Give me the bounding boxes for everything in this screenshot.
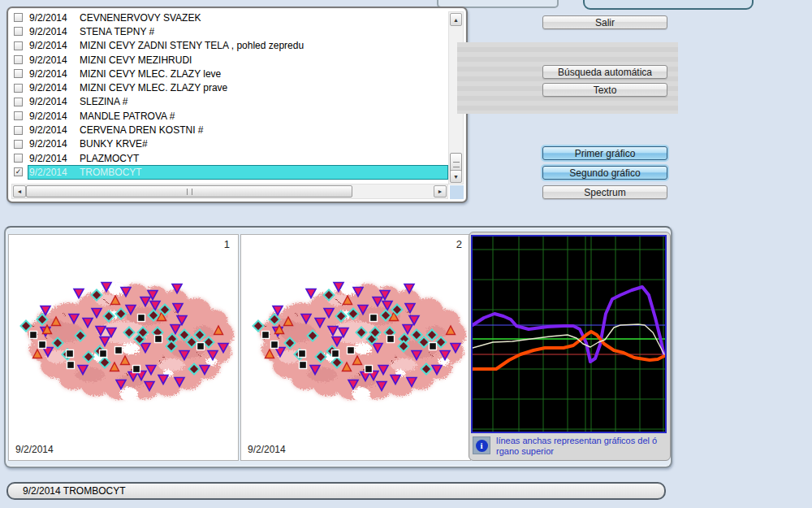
checkbox-checked[interactable]: ✓	[14, 167, 23, 176]
status-bar: 9/2/2014 TROMBOCYT	[6, 482, 666, 500]
checkbox-unchecked[interactable]	[14, 126, 23, 135]
spectrum-chart	[471, 235, 667, 433]
salir-button[interactable]: Salir	[542, 15, 667, 29]
panel-number: 2	[456, 238, 462, 250]
records-listbox[interactable]: 9/2/2014CEVNENERVOVY SVAZEK9/2/2014STENA…	[6, 7, 468, 203]
item-label: MIZNI CEVY MLEC. ZLAZY prave	[80, 82, 227, 93]
list-item-3[interactable]: 9/2/2014MIZNI CEVY MEZIHRUDI	[11, 53, 448, 67]
marker-square	[370, 315, 378, 322]
item-label: CERVENA DREN KOSTNI #	[80, 124, 203, 136]
marker-square	[197, 343, 205, 350]
note-line-1: líneas anchas representan gráficos del ó	[496, 436, 657, 446]
marker-square	[100, 350, 107, 358]
info-icon-glyph: i	[476, 440, 488, 452]
marker-square	[115, 347, 123, 354]
checkbox-unchecked[interactable]	[14, 13, 23, 22]
list-item-10[interactable]: 9/2/2014PLAZMOCYT	[11, 151, 448, 165]
list-item-text: 9/2/2014SLEZINA #	[28, 95, 448, 109]
checkbox-unchecked[interactable]	[14, 41, 23, 50]
item-date: 9/2/2014	[29, 40, 80, 51]
busqueda-automatica-button[interactable]: Búsqueda automática	[542, 65, 667, 79]
panel-date: 9/2/2014	[248, 444, 286, 455]
checkbox-unchecked[interactable]	[14, 98, 23, 106]
list-item-4[interactable]: 9/2/2014MIZNI CEVY MLEC. ZLAZY leve	[11, 67, 448, 80]
list-item-5[interactable]: 9/2/2014MIZNI CEVY MLEC. ZLAZY prave	[11, 80, 448, 94]
checkbox-unchecked[interactable]	[14, 84, 23, 93]
list-item-text: 9/2/2014MANDLE PATROVA #	[28, 109, 448, 123]
item-date: 9/2/2014	[29, 82, 80, 93]
marker-triangle-down	[74, 289, 84, 298]
item-label: STENA TEPNY #	[80, 26, 154, 37]
panel-date: 9/2/2014	[15, 444, 54, 455]
item-date: 9/2/2014	[29, 54, 80, 66]
item-label: CEVNENERVOVY SVAZEK	[80, 12, 201, 24]
checkbox-unchecked[interactable]	[14, 55, 23, 64]
checkbox-unchecked[interactable]	[14, 69, 23, 78]
organ-image-panel-2: 2 9/2/2014	[240, 234, 471, 461]
item-date: 9/2/2014	[29, 167, 80, 178]
item-date: 9/2/2014	[29, 12, 80, 24]
item-date: 9/2/2014	[29, 96, 80, 107]
scrollbar-corner	[450, 185, 464, 199]
scroll-down-button[interactable]: ▼	[450, 170, 462, 183]
marker-triangle-down	[306, 289, 316, 298]
item-date: 9/2/2014	[29, 111, 80, 122]
marker-square	[262, 332, 270, 339]
horizontal-scroll-thumb[interactable]	[26, 185, 352, 198]
list-item-text: 9/2/2014STENA TEPNY #	[28, 24, 448, 38]
panel-number: 1	[224, 238, 230, 250]
marker-square	[155, 336, 162, 343]
organ-image-2	[241, 235, 470, 460]
spectrum-panel: i líneas anchas representan gráficos del…	[469, 232, 671, 461]
list-item-0[interactable]: 9/2/2014CEVNENERVOVY SVAZEK	[11, 11, 448, 24]
marker-square	[387, 336, 395, 343]
list-item-8[interactable]: 9/2/2014CERVENA DREN KOSTNI #	[11, 123, 448, 137]
thumb-grip	[453, 162, 460, 167]
list-item-text: 9/2/2014MIZNI CEVY MEZIHRUDI	[28, 53, 448, 67]
checkbox-unchecked[interactable]	[14, 111, 23, 120]
organ-image-1	[9, 235, 238, 460]
list-item-text: 9/2/2014MIZNI CEVY ZADNI STENY TELA , po…	[28, 39, 448, 53]
app-window: 9/2/2014CEVNENERVOVY SVAZEK9/2/2014STENA…	[0, 0, 812, 508]
list-item-text: 9/2/2014MIZNI CEVY MLEC. ZLAZY leve	[28, 67, 448, 80]
scroll-up-button[interactable]: ▲	[450, 13, 462, 26]
partial-frame-top-right	[583, 0, 754, 10]
list-item-1[interactable]: 9/2/2014STENA TEPNY #	[11, 24, 448, 38]
thumb-grip	[187, 189, 192, 195]
marker-square	[67, 362, 75, 369]
segundo-grafico-button[interactable]: Segundo gráfico	[542, 166, 667, 180]
marker-square	[299, 350, 306, 358]
list-item-text: 9/2/2014PLAZMOCYT	[28, 151, 448, 165]
item-label: MANDLE PATROVA #	[80, 111, 175, 122]
list-item-11[interactable]: ✓9/2/2014TROMBOCYT	[11, 165, 448, 179]
scroll-left-button[interactable]: ◄	[13, 185, 26, 198]
texto-button[interactable]: Texto	[542, 83, 667, 97]
horizontal-scrollbar[interactable]: ◄ ►	[11, 184, 448, 199]
list-item-text: 9/2/2014CEVNENERVOVY SVAZEK	[28, 11, 448, 24]
item-date: 9/2/2014	[29, 138, 80, 150]
status-text: 9/2/2014 TROMBOCYT	[23, 485, 126, 497]
list-item-2[interactable]: 9/2/2014MIZNI CEVY ZADNI STENY TELA , po…	[11, 39, 448, 53]
item-label: BUNKY KRVE#	[80, 138, 148, 150]
spectrum-note-text: líneas anchas representan gráficos del ó…	[496, 436, 657, 458]
organ-image-panel-1: 1 9/2/2014	[8, 234, 239, 461]
marker-square	[332, 350, 339, 358]
spectrum-note: i líneas anchas representan gráficos del…	[473, 436, 667, 458]
marker-square	[30, 332, 37, 339]
item-date: 9/2/2014	[29, 124, 80, 136]
checkbox-unchecked[interactable]	[14, 154, 23, 163]
list-item-6[interactable]: 9/2/2014SLEZINA #	[11, 95, 448, 109]
marker-square	[300, 362, 307, 369]
list-item-text: 9/2/2014CERVENA DREN KOSTNI #	[28, 123, 448, 137]
spectrum-button[interactable]: Spectrum	[542, 185, 667, 199]
list-item-text: 9/2/2014TROMBOCYT	[28, 165, 448, 179]
list-item-9[interactable]: 9/2/2014BUNKY KRVE#	[11, 137, 448, 151]
list-item-7[interactable]: 9/2/2014MANDLE PATROVA #	[11, 109, 448, 123]
checkbox-unchecked[interactable]	[14, 27, 23, 36]
primer-grafico-button[interactable]: Primer gráfico	[542, 146, 667, 160]
item-label: PLAZMOCYT	[80, 153, 139, 164]
checkbox-unchecked[interactable]	[14, 140, 23, 149]
list-item-text: 9/2/2014MIZNI CEVY MLEC. ZLAZY prave	[28, 80, 448, 94]
marker-square	[365, 366, 373, 373]
scroll-right-button[interactable]: ►	[434, 185, 447, 198]
